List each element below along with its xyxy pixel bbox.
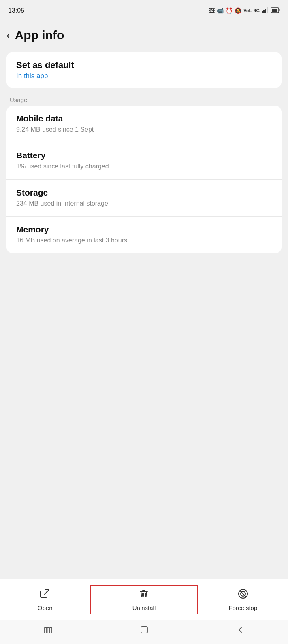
open-button[interactable]: Open	[0, 587, 90, 613]
svg-rect-6	[272, 9, 277, 12]
4g-icon: 4G	[254, 8, 260, 13]
open-label: Open	[38, 604, 53, 611]
uninstall-icon	[138, 588, 149, 601]
volte-icon: VoL	[243, 8, 252, 13]
memory-title: Memory	[16, 225, 272, 234]
mobile-data-subtitle: 9.24 MB used since 1 Sept	[16, 125, 272, 134]
memory-subtitle: 16 MB used on average in last 3 hours	[16, 236, 272, 245]
battery-icon	[271, 7, 280, 14]
storage-item[interactable]: Storage 234 MB used in Internal storage	[6, 180, 282, 217]
svg-rect-5	[279, 9, 280, 11]
svg-rect-12	[45, 627, 47, 633]
page-header: ‹ App info	[0, 20, 288, 52]
alarm-icon: ⏰	[226, 7, 233, 14]
mute-icon: 🔕	[235, 7, 241, 14]
status-time: 13:05	[8, 7, 24, 14]
usage-list: Mobile data 9.24 MB used since 1 Sept Ba…	[6, 106, 282, 253]
mobile-data-title: Mobile data	[16, 114, 272, 123]
uninstall-label: Uninstall	[132, 604, 156, 611]
home-nav-icon[interactable]	[139, 625, 149, 637]
in-this-app-link[interactable]: In this app	[16, 72, 272, 80]
battery-subtitle: 1% used since last fully charged	[16, 162, 272, 171]
back-nav-icon[interactable]	[235, 625, 245, 637]
battery-item[interactable]: Battery 1% used since last fully charged	[6, 142, 282, 179]
svg-rect-13	[47, 627, 49, 633]
usage-section-label: Usage	[0, 92, 288, 106]
recents-nav-icon[interactable]	[43, 625, 53, 637]
page-title: App info	[15, 28, 64, 42]
open-icon	[39, 588, 51, 601]
svg-rect-14	[50, 627, 52, 633]
back-button[interactable]: ‹	[6, 29, 10, 42]
navigation-bar	[0, 620, 288, 644]
force-stop-icon	[237, 588, 249, 601]
battery-title: Battery	[16, 151, 272, 160]
svg-rect-2	[265, 9, 266, 13]
video-icon: 📹	[217, 7, 224, 14]
signal-icon	[262, 7, 269, 15]
memory-item[interactable]: Memory 16 MB used on average in last 3 h…	[6, 217, 282, 253]
status-bar: 13:05 🖼 📹 ⏰ 🔕 VoL 4G	[0, 0, 288, 20]
force-stop-button[interactable]: Force stop	[198, 587, 288, 613]
storage-title: Storage	[16, 188, 272, 198]
mobile-data-item[interactable]: Mobile data 9.24 MB used since 1 Sept	[6, 106, 282, 142]
svg-rect-3	[267, 7, 268, 13]
status-icons: 🖼 📹 ⏰ 🔕 VoL 4G	[209, 7, 280, 15]
uninstall-button[interactable]: Uninstall	[90, 585, 198, 614]
photo-icon: 🖼	[209, 7, 215, 14]
set-as-default-card[interactable]: Set as default In this app	[6, 52, 282, 88]
svg-rect-7	[41, 591, 47, 597]
svg-rect-0	[262, 11, 263, 13]
svg-rect-1	[263, 10, 265, 13]
force-stop-label: Force stop	[228, 604, 257, 611]
bottom-action-bar: Open Uninstall Force stop	[0, 579, 288, 620]
storage-subtitle: 234 MB used in Internal storage	[16, 199, 272, 208]
set-as-default-title: Set as default	[16, 60, 272, 70]
svg-rect-15	[141, 627, 147, 633]
